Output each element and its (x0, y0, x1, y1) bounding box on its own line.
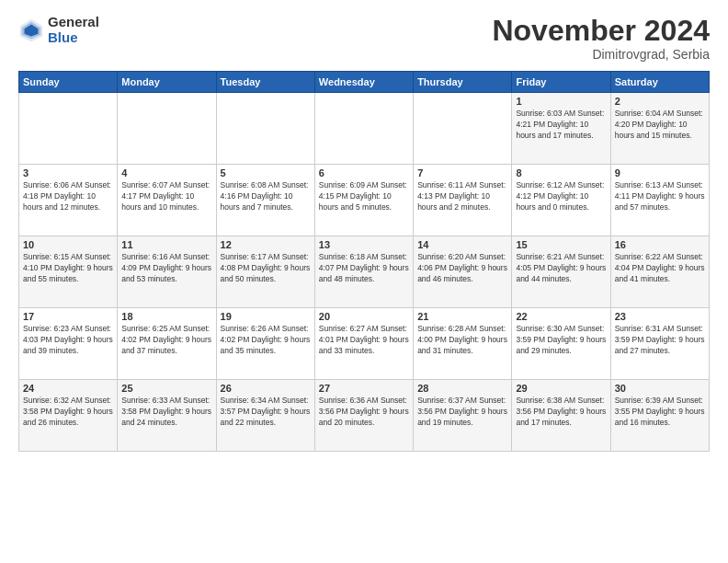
calendar-cell (19, 93, 118, 165)
day-number: 26 (221, 383, 311, 394)
calendar-cell: 12Sunrise: 6:17 AM Sunset: 4:08 PM Dayli… (216, 236, 314, 308)
day-info: Sunrise: 6:12 AM Sunset: 4:12 PM Dayligh… (516, 180, 606, 213)
day-number: 13 (319, 239, 409, 250)
day-info: Sunrise: 6:21 AM Sunset: 4:05 PM Dayligh… (516, 252, 606, 285)
calendar-cell: 15Sunrise: 6:21 AM Sunset: 4:05 PM Dayli… (512, 236, 610, 308)
page: General Blue November 2024 Dimitrovgrad,… (0, 0, 728, 563)
day-info: Sunrise: 6:16 AM Sunset: 4:09 PM Dayligh… (121, 252, 211, 285)
calendar-cell: 20Sunrise: 6:27 AM Sunset: 4:01 PM Dayli… (314, 308, 413, 380)
day-number: 4 (121, 167, 211, 178)
day-number: 7 (417, 167, 507, 178)
day-info: Sunrise: 6:04 AM Sunset: 4:20 PM Dayligh… (615, 109, 705, 142)
logo-blue: Blue (48, 30, 99, 46)
calendar-cell: 13Sunrise: 6:18 AM Sunset: 4:07 PM Dayli… (314, 236, 413, 308)
day-info: Sunrise: 6:07 AM Sunset: 4:17 PM Dayligh… (121, 180, 211, 213)
logo-text: General Blue (48, 15, 99, 45)
day-info: Sunrise: 6:08 AM Sunset: 4:16 PM Dayligh… (221, 180, 311, 213)
day-number: 27 (319, 383, 409, 394)
day-number: 6 (319, 167, 409, 178)
day-number: 19 (221, 311, 311, 322)
header-friday: Friday (512, 72, 610, 93)
calendar-cell: 10Sunrise: 6:15 AM Sunset: 4:10 PM Dayli… (19, 236, 118, 308)
day-number: 29 (516, 383, 606, 394)
day-info: Sunrise: 6:37 AM Sunset: 3:56 PM Dayligh… (417, 396, 507, 429)
day-info: Sunrise: 6:28 AM Sunset: 4:00 PM Dayligh… (417, 324, 507, 357)
calendar-cell: 25Sunrise: 6:33 AM Sunset: 3:58 PM Dayli… (118, 380, 216, 452)
calendar-cell: 6Sunrise: 6:09 AM Sunset: 4:15 PM Daylig… (314, 165, 413, 236)
day-number: 25 (121, 383, 211, 394)
title-section: November 2024 Dimitrovgrad, Serbia (492, 15, 710, 62)
header-sunday: Sunday (19, 72, 118, 93)
day-number: 20 (319, 311, 409, 322)
calendar-cell: 27Sunrise: 6:36 AM Sunset: 3:56 PM Dayli… (314, 380, 413, 452)
day-info: Sunrise: 6:30 AM Sunset: 3:59 PM Dayligh… (516, 324, 606, 357)
day-info: Sunrise: 6:25 AM Sunset: 4:02 PM Dayligh… (121, 324, 211, 357)
calendar-cell: 11Sunrise: 6:16 AM Sunset: 4:09 PM Dayli… (118, 236, 216, 308)
day-number: 11 (121, 239, 211, 250)
header: General Blue November 2024 Dimitrovgrad,… (18, 15, 710, 62)
calendar-cell: 19Sunrise: 6:26 AM Sunset: 4:02 PM Dayli… (216, 308, 314, 380)
day-info: Sunrise: 6:26 AM Sunset: 4:02 PM Dayligh… (221, 324, 311, 357)
day-info: Sunrise: 6:36 AM Sunset: 3:56 PM Dayligh… (319, 396, 409, 429)
header-thursday: Thursday (414, 72, 512, 93)
header-saturday: Saturday (610, 72, 709, 93)
day-number: 15 (516, 239, 606, 250)
calendar-cell: 22Sunrise: 6:30 AM Sunset: 3:59 PM Dayli… (512, 308, 610, 380)
day-number: 2 (615, 96, 705, 107)
calendar-cell: 5Sunrise: 6:08 AM Sunset: 4:16 PM Daylig… (216, 165, 314, 236)
calendar-cell: 1Sunrise: 6:03 AM Sunset: 4:21 PM Daylig… (512, 93, 610, 165)
calendar-header: Sunday Monday Tuesday Wednesday Thursday… (19, 72, 710, 93)
calendar-cell: 14Sunrise: 6:20 AM Sunset: 4:06 PM Dayli… (414, 236, 512, 308)
calendar-week-0: 1Sunrise: 6:03 AM Sunset: 4:21 PM Daylig… (19, 93, 710, 165)
header-monday: Monday (118, 72, 216, 93)
calendar-cell (314, 93, 413, 165)
day-number: 24 (23, 383, 113, 394)
calendar-cell: 2Sunrise: 6:04 AM Sunset: 4:20 PM Daylig… (610, 93, 709, 165)
day-number: 5 (221, 167, 311, 178)
day-info: Sunrise: 6:20 AM Sunset: 4:06 PM Dayligh… (417, 252, 507, 285)
day-number: 10 (23, 239, 113, 250)
day-info: Sunrise: 6:27 AM Sunset: 4:01 PM Dayligh… (319, 324, 409, 357)
logo-general: General (48, 15, 99, 30)
calendar-cell: 17Sunrise: 6:23 AM Sunset: 4:03 PM Dayli… (19, 308, 118, 380)
day-number: 1 (516, 96, 606, 107)
day-number: 23 (615, 311, 705, 322)
calendar-cell (118, 93, 216, 165)
day-number: 16 (615, 239, 705, 250)
calendar-cell: 30Sunrise: 6:39 AM Sunset: 3:55 PM Dayli… (610, 380, 709, 452)
day-number: 21 (417, 311, 507, 322)
calendar-cell: 24Sunrise: 6:32 AM Sunset: 3:58 PM Dayli… (19, 380, 118, 452)
calendar-cell: 8Sunrise: 6:12 AM Sunset: 4:12 PM Daylig… (512, 165, 610, 236)
logo: General Blue (18, 15, 99, 45)
calendar-cell: 7Sunrise: 6:11 AM Sunset: 4:13 PM Daylig… (414, 165, 512, 236)
location: Dimitrovgrad, Serbia (492, 47, 710, 62)
day-info: Sunrise: 6:15 AM Sunset: 4:10 PM Dayligh… (23, 252, 113, 285)
calendar-cell: 28Sunrise: 6:37 AM Sunset: 3:56 PM Dayli… (414, 380, 512, 452)
day-info: Sunrise: 6:32 AM Sunset: 3:58 PM Dayligh… (23, 396, 113, 429)
day-info: Sunrise: 6:34 AM Sunset: 3:57 PM Dayligh… (221, 396, 311, 429)
day-info: Sunrise: 6:23 AM Sunset: 4:03 PM Dayligh… (23, 324, 113, 357)
calendar-week-2: 10Sunrise: 6:15 AM Sunset: 4:10 PM Dayli… (19, 236, 710, 308)
day-info: Sunrise: 6:13 AM Sunset: 4:11 PM Dayligh… (615, 180, 705, 213)
calendar-cell: 23Sunrise: 6:31 AM Sunset: 3:59 PM Dayli… (610, 308, 709, 380)
header-row: Sunday Monday Tuesday Wednesday Thursday… (19, 72, 710, 93)
day-number: 30 (615, 383, 705, 394)
calendar-cell: 16Sunrise: 6:22 AM Sunset: 4:04 PM Dayli… (610, 236, 709, 308)
month-title: November 2024 (492, 15, 710, 47)
calendar-cell (216, 93, 314, 165)
calendar-cell: 26Sunrise: 6:34 AM Sunset: 3:57 PM Dayli… (216, 380, 314, 452)
day-number: 18 (121, 311, 211, 322)
header-wednesday: Wednesday (314, 72, 413, 93)
calendar-cell: 21Sunrise: 6:28 AM Sunset: 4:00 PM Dayli… (414, 308, 512, 380)
header-tuesday: Tuesday (216, 72, 314, 93)
day-number: 14 (417, 239, 507, 250)
day-number: 17 (23, 311, 113, 322)
calendar-cell: 4Sunrise: 6:07 AM Sunset: 4:17 PM Daylig… (118, 165, 216, 236)
day-info: Sunrise: 6:17 AM Sunset: 4:08 PM Dayligh… (221, 252, 311, 285)
day-info: Sunrise: 6:31 AM Sunset: 3:59 PM Dayligh… (615, 324, 705, 357)
day-number: 9 (615, 167, 705, 178)
calendar-cell: 18Sunrise: 6:25 AM Sunset: 4:02 PM Dayli… (118, 308, 216, 380)
calendar-week-3: 17Sunrise: 6:23 AM Sunset: 4:03 PM Dayli… (19, 308, 710, 380)
day-info: Sunrise: 6:09 AM Sunset: 4:15 PM Dayligh… (319, 180, 409, 213)
calendar-cell: 3Sunrise: 6:06 AM Sunset: 4:18 PM Daylig… (19, 165, 118, 236)
